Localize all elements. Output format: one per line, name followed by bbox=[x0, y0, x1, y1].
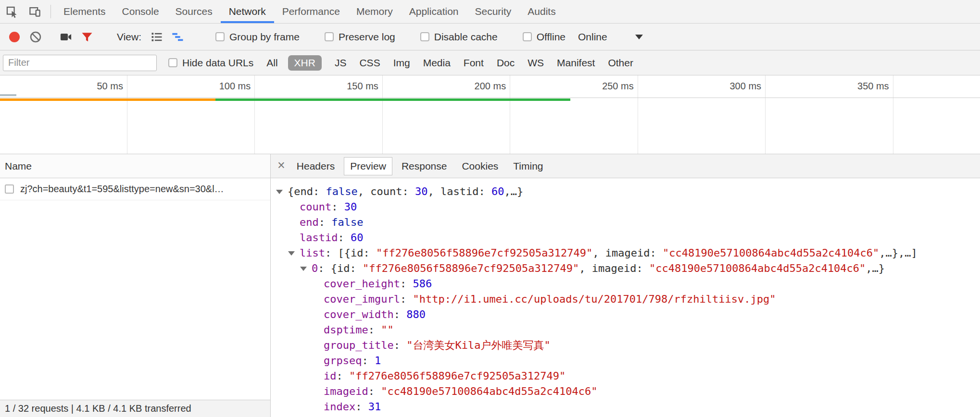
filter-type-css[interactable]: CSS bbox=[359, 57, 380, 69]
json-number: 30 bbox=[415, 185, 428, 197]
json-number: 586 bbox=[413, 278, 432, 290]
tab-cookies[interactable]: Cookies bbox=[456, 158, 504, 175]
checkbox-label: Group by frame bbox=[229, 31, 300, 43]
preview-line: cover_height: 586 bbox=[271, 276, 980, 292]
status-summary: 1 / 32 requests | 4.1 KB / 4.1 KB transf… bbox=[5, 403, 191, 414]
filter-type-all[interactable]: All bbox=[266, 57, 277, 69]
filter-type-manifest[interactable]: Manifest bbox=[557, 57, 595, 69]
tab-console[interactable]: Console bbox=[114, 0, 167, 23]
json-number: 30 bbox=[344, 201, 357, 213]
preview-line: count: 30 bbox=[271, 199, 980, 215]
json-string: "ff276e8056f58896e7cf92505a312749" bbox=[349, 370, 565, 382]
preview-line: cover_imgurl: "http://i1.umei.cc/uploads… bbox=[271, 292, 980, 307]
json-punctuation: , imageid: bbox=[592, 247, 663, 259]
offline-checkbox[interactable]: Offline bbox=[523, 31, 565, 43]
timeline-label: 50 ms bbox=[60, 81, 123, 92]
use-request-rows-button[interactable] bbox=[146, 26, 167, 48]
throttling-select[interactable]: Online bbox=[578, 31, 643, 43]
camera-icon bbox=[59, 30, 73, 44]
tab-audits[interactable]: Audits bbox=[519, 0, 564, 23]
tab-timing[interactable]: Timing bbox=[507, 158, 549, 175]
hide-data-urls-checkbox[interactable]: Hide data URLs bbox=[168, 57, 253, 69]
timeline-label: 100 ms bbox=[187, 81, 251, 92]
json-punctuation: : [{id: bbox=[325, 247, 376, 259]
tab-security[interactable]: Security bbox=[466, 0, 519, 23]
json-key: end bbox=[300, 216, 319, 228]
filter-input[interactable] bbox=[3, 55, 157, 71]
json-key: imageid bbox=[324, 385, 368, 397]
capture-screenshots-button[interactable] bbox=[55, 26, 76, 48]
tab-preview[interactable]: Preview bbox=[344, 157, 392, 175]
record-button[interactable] bbox=[4, 26, 25, 48]
timeline-gridline bbox=[893, 75, 893, 154]
preview-line: list: [{id: "ff276e8056f58896e7cf92505a3… bbox=[271, 245, 980, 261]
tab-sources[interactable]: Sources bbox=[167, 0, 221, 23]
checkbox-icon bbox=[168, 58, 177, 67]
json-key: cover_width bbox=[324, 308, 394, 320]
timeline-gridline bbox=[127, 75, 127, 154]
filter-type-js[interactable]: JS bbox=[335, 57, 347, 69]
preserve-log-checkbox[interactable]: Preserve log bbox=[325, 31, 395, 43]
filter-type-xhr[interactable]: XHR bbox=[288, 55, 322, 71]
json-key: grpseq bbox=[324, 355, 362, 367]
preview-line: end: false bbox=[271, 215, 980, 230]
filter-button[interactable] bbox=[76, 26, 98, 48]
disclosure-triangle-icon[interactable] bbox=[288, 251, 295, 256]
tab-application[interactable]: Application bbox=[401, 0, 467, 23]
filter-type-doc[interactable]: Doc bbox=[497, 57, 515, 69]
json-punctuation: ,…} bbox=[504, 185, 523, 197]
disclosure-triangle-icon[interactable] bbox=[300, 267, 307, 271]
filter-type-media[interactable]: Media bbox=[423, 57, 451, 69]
checkbox-label: Preserve log bbox=[339, 31, 395, 43]
device-toolbar-button[interactable] bbox=[23, 0, 46, 23]
preview-line: lastid: 60 bbox=[271, 230, 980, 245]
tab-performance[interactable]: Performance bbox=[274, 0, 348, 23]
overview-bar-green bbox=[215, 98, 570, 101]
inspect-element-button[interactable] bbox=[0, 0, 23, 23]
filter-type-ws[interactable]: WS bbox=[528, 57, 544, 69]
tabbar-divider bbox=[50, 5, 51, 18]
json-string: "http://i1.umei.cc/uploads/tu/201701/798… bbox=[413, 293, 776, 305]
json-string: "cc48190e57100864abc4d55a2c4104c6" bbox=[663, 247, 879, 259]
json-boolean: false bbox=[331, 216, 363, 228]
close-button[interactable]: × bbox=[277, 159, 285, 172]
json-punctuation: : bbox=[338, 232, 351, 244]
tab-headers[interactable]: Headers bbox=[291, 158, 340, 175]
devtools-tabbar: Elements Console Sources Network Perform… bbox=[0, 0, 980, 24]
json-number: 880 bbox=[406, 308, 426, 320]
checkbox-icon bbox=[420, 32, 429, 41]
network-overview[interactable]: 50 ms 100 ms 150 ms 200 ms 250 ms 300 ms… bbox=[0, 75, 980, 154]
tab-memory[interactable]: Memory bbox=[348, 0, 401, 23]
preview-tree: {end: false, count: 30, lastid: 60,…}cou… bbox=[271, 178, 980, 417]
json-key: id bbox=[324, 370, 337, 382]
timeline-label: 200 ms bbox=[442, 81, 506, 92]
json-punctuation: , count: bbox=[358, 185, 415, 197]
json-punctuation: : {id: bbox=[318, 262, 363, 274]
filter-type-img[interactable]: Img bbox=[393, 57, 410, 69]
disable-cache-checkbox[interactable]: Disable cache bbox=[420, 31, 498, 43]
request-name: zj?ch=beauty&t1=595&listtype=new&sn=30&l… bbox=[20, 184, 224, 195]
group-by-frame-checkbox[interactable]: Group by frame bbox=[215, 31, 300, 43]
tab-response[interactable]: Response bbox=[396, 158, 453, 175]
checkbox-icon bbox=[523, 32, 532, 41]
timeline-gridline bbox=[254, 75, 255, 154]
name-column-header[interactable]: Name bbox=[0, 154, 270, 178]
request-row[interactable]: zj?ch=beauty&t1=595&listtype=new&sn=30&l… bbox=[0, 178, 270, 200]
tab-elements[interactable]: Elements bbox=[55, 0, 114, 23]
json-number: 60 bbox=[491, 185, 504, 197]
network-main: Name zj?ch=beauty&t1=595&listtype=new&sn… bbox=[0, 154, 980, 417]
status-bar: 1 / 32 requests | 4.1 KB / 4.1 KB transf… bbox=[0, 400, 270, 417]
json-punctuation: : bbox=[362, 355, 375, 367]
filter-type-font[interactable]: Font bbox=[464, 57, 484, 69]
request-list-empty-area bbox=[0, 200, 270, 400]
request-list-pane: Name zj?ch=beauty&t1=595&listtype=new&sn… bbox=[0, 154, 271, 417]
checkbox-label: Offline bbox=[537, 31, 565, 43]
disclosure-triangle-icon[interactable] bbox=[276, 190, 283, 194]
json-punctuation: : bbox=[337, 370, 350, 382]
show-overview-button[interactable] bbox=[167, 26, 188, 48]
json-punctuation: , lastid: bbox=[427, 185, 491, 197]
tab-network[interactable]: Network bbox=[221, 0, 274, 23]
filter-type-other[interactable]: Other bbox=[608, 57, 633, 69]
json-key: count bbox=[300, 201, 331, 213]
clear-button[interactable] bbox=[25, 26, 46, 48]
